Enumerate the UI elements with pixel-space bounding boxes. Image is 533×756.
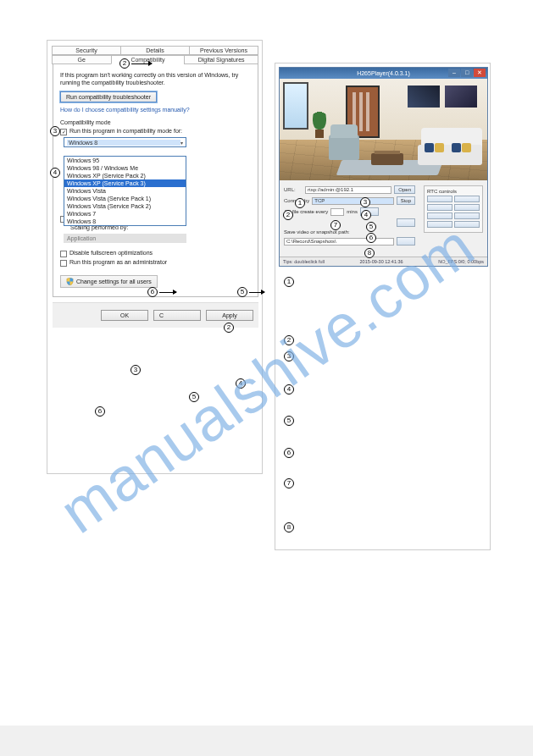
run-troubleshooter-button[interactable]: Run compatibility troubleshooter bbox=[60, 91, 157, 102]
list-callout-2: 2 bbox=[284, 335, 294, 345]
disable-fullscreen-row: Disable fullscreen optimizations bbox=[60, 250, 251, 257]
cycle-button-2[interactable] bbox=[397, 218, 415, 227]
right-column: H265Player(4.0.3.1) – □ ✕ bbox=[275, 63, 491, 550]
callout-4: 4 bbox=[50, 168, 60, 178]
compat-os-option[interactable]: Windows Vista bbox=[64, 187, 186, 195]
list-callout-5: 5 bbox=[284, 416, 294, 426]
compat-os-selected: Windows 8 bbox=[67, 140, 180, 146]
overlay-callout-3: 3 bbox=[360, 197, 370, 207]
list-callout-4: 4 bbox=[284, 384, 294, 395]
player-controls: URL: rtsp://admin:@192.1 Open Connect by… bbox=[280, 180, 487, 257]
arrow-icon bbox=[131, 63, 152, 64]
tab-digital-signatures[interactable]: Digital Signatures bbox=[184, 55, 258, 64]
compat-os-option-selected[interactable]: Windows XP (Service Pack 3) bbox=[64, 179, 186, 187]
file-cycle-row: Avi file create every mins bbox=[284, 207, 415, 216]
manual-settings-link[interactable]: How do I choose compatibility settings m… bbox=[60, 107, 251, 113]
run-as-admin-row: Run this program as an administrator bbox=[60, 259, 251, 267]
callout-3: 3 bbox=[50, 126, 60, 136]
list-callout-6: 6 bbox=[284, 448, 294, 458]
float-callout-3: 3 bbox=[130, 365, 141, 375]
list-callout-3: 3 bbox=[284, 351, 294, 361]
rtc-panel: RTC controls bbox=[424, 185, 483, 233]
url-input[interactable]: rtsp://admin:@192.1 bbox=[305, 186, 391, 194]
compat-notice: If this program isn't working correctly … bbox=[60, 71, 251, 86]
save-path-row: Save video or snapshot path: C:\Record\S… bbox=[284, 229, 415, 246]
rtc-button[interactable] bbox=[454, 212, 480, 219]
compat-os-list: Windows 95 Windows 98 / Windows Me Windo… bbox=[64, 156, 186, 226]
url-row: URL: rtsp://admin:@192.1 Open bbox=[284, 185, 415, 194]
overlay-callout-2: 2 bbox=[283, 210, 293, 220]
rtc-button[interactable] bbox=[427, 212, 452, 219]
rtc-button[interactable] bbox=[427, 204, 452, 211]
tab-general[interactable]: Ge bbox=[52, 55, 112, 64]
callout-2: 2 bbox=[119, 58, 130, 69]
save-path-input[interactable]: C:\Record\Snapshots\ bbox=[284, 238, 394, 246]
rtc-button[interactable] bbox=[427, 196, 452, 202]
disable-fullscreen-checkbox[interactable] bbox=[60, 251, 67, 257]
list-callout-7: 7 bbox=[284, 478, 294, 488]
ok-button[interactable]: OK bbox=[101, 310, 148, 321]
float-callout-4: 4 bbox=[236, 378, 246, 389]
shield-icon bbox=[66, 278, 74, 285]
footer-band bbox=[0, 726, 533, 756]
compat-os-dropdown[interactable]: Windows 8 ▾ bbox=[64, 137, 186, 147]
rtc-title: RTC controls bbox=[427, 189, 480, 194]
tab-security[interactable]: Security bbox=[52, 46, 121, 55]
tab-details[interactable]: Details bbox=[120, 46, 190, 55]
apply-button[interactable]: Apply bbox=[206, 310, 253, 321]
compat-os-option[interactable]: Windows 98 / Windows Me bbox=[64, 164, 186, 172]
disable-fullscreen-label: Disable fullscreen optimizations bbox=[69, 250, 153, 256]
run-compat-label: Run this program in compatibility mode f… bbox=[69, 128, 182, 134]
rtc-button[interactable] bbox=[454, 196, 480, 202]
change-settings-all-users-label: Change settings for all users bbox=[76, 279, 152, 284]
file-cycle-input[interactable] bbox=[330, 208, 344, 216]
compat-os-option[interactable]: Windows 7 bbox=[64, 210, 186, 218]
close-button[interactable]: ✕ bbox=[474, 69, 486, 77]
save-path-button[interactable] bbox=[397, 237, 415, 246]
float-callout-6: 6 bbox=[95, 406, 105, 417]
stop-button[interactable]: Stop bbox=[397, 196, 415, 205]
compat-os-option[interactable]: Windows 95 bbox=[64, 157, 186, 164]
rtc-button[interactable] bbox=[427, 221, 452, 228]
status-tips: Tips: doubleclick full bbox=[283, 259, 325, 264]
run-compat-checkbox-row: ✓ Run this program in compatibility mode… bbox=[60, 128, 251, 135]
window-buttons: – □ ✕ bbox=[448, 69, 486, 77]
rtc-button[interactable] bbox=[454, 204, 480, 211]
scaling-performed-value[interactable]: Application bbox=[64, 234, 186, 243]
compat-os-option[interactable]: Windows 8 bbox=[64, 218, 186, 225]
properties-dialog: Security Details Previous Versions Ge Co… bbox=[53, 46, 258, 328]
run-as-admin-label: Run this program as an administrator bbox=[69, 259, 167, 265]
status-codec: NO_FPS:0/0; 0.00bps bbox=[438, 259, 484, 264]
tab-row-bottom: Ge Compatibility Digital Signatures bbox=[53, 55, 258, 64]
arrow-icon bbox=[159, 292, 176, 293]
compat-os-option[interactable]: Windows Vista (Service Pack 2) bbox=[64, 202, 186, 210]
maximize-button[interactable]: □ bbox=[461, 69, 473, 77]
player-title-text: H265Player(4.0.3.1) bbox=[357, 70, 410, 76]
player-titlebar: H265Player(4.0.3.1) – □ ✕ bbox=[280, 68, 487, 79]
url-label: URL: bbox=[284, 187, 303, 192]
tab-previous-versions[interactable]: Previous Versions bbox=[189, 46, 258, 55]
compat-os-option[interactable]: Windows Vista (Service Pack 1) bbox=[64, 195, 186, 202]
save-path-label: Save video or snapshot path: bbox=[284, 229, 415, 235]
overlay-callout-7: 7 bbox=[330, 220, 341, 230]
minimize-button[interactable]: – bbox=[448, 69, 460, 77]
compat-os-option[interactable]: Windows XP (Service Pack 2) bbox=[64, 172, 186, 179]
overlay-callout-1: 1 bbox=[295, 198, 305, 208]
player-status-bar: Tips: doubleclick full 2015-09-30 12:41:… bbox=[280, 257, 487, 266]
run-compat-checkbox[interactable]: ✓ bbox=[60, 129, 67, 135]
rtc-button[interactable] bbox=[454, 221, 480, 228]
cancel-button[interactable]: C bbox=[153, 310, 201, 321]
list-callout-1: 1 bbox=[284, 277, 294, 287]
callout-5: 5 bbox=[237, 287, 247, 297]
tcp-field[interactable]: TCP bbox=[312, 197, 393, 205]
properties-body: If this program isn't working correctly … bbox=[53, 64, 258, 297]
change-settings-all-users-button[interactable]: Change settings for all users bbox=[60, 275, 158, 288]
open-button[interactable]: Open bbox=[394, 185, 415, 194]
file-cycle-unit: mins bbox=[347, 209, 358, 214]
list-callout-8: 8 bbox=[284, 522, 294, 533]
run-as-admin-checkbox[interactable] bbox=[60, 260, 67, 267]
video-scene bbox=[280, 79, 487, 180]
callout-6: 6 bbox=[147, 287, 158, 297]
overlay-callout-6: 6 bbox=[366, 233, 376, 243]
arrow-icon bbox=[249, 292, 264, 293]
